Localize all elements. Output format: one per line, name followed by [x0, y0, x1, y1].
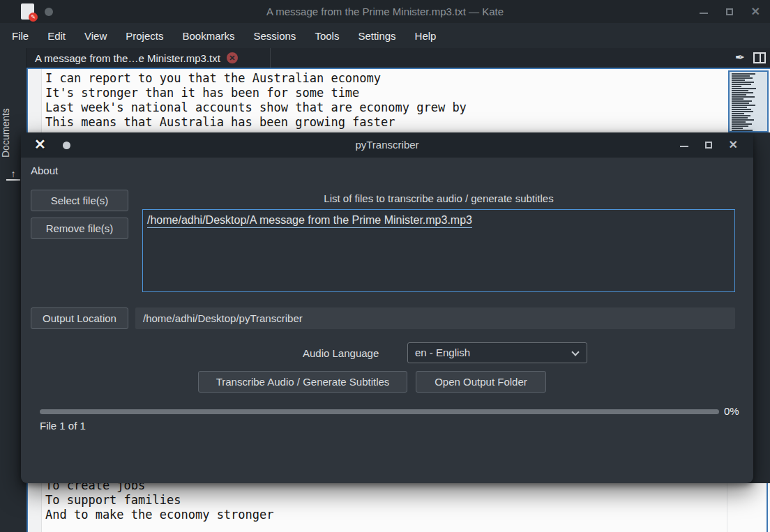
editor-gutter [28, 69, 42, 132]
pencil-icon: ✎ [29, 13, 38, 22]
dialog-minimize-icon[interactable] [680, 143, 688, 147]
menu-about[interactable]: About [31, 165, 58, 176]
tab-bar: A message from the…e Minister.mp3.txt ✕ … [27, 48, 770, 68]
audio-language-value: en - English [415, 347, 470, 358]
kate-titlebar: ✎ A message from the Prime Minister.mp3.… [0, 0, 770, 23]
pytranscriber-dialog: ✕ pyTranscriber ✕ About Select file(s) R… [21, 132, 753, 483]
file-list-group-label: List of files to transcribe audio / gene… [142, 192, 735, 204]
kate-window-title: A message from the Prime Minister.mp3.tx… [0, 6, 770, 17]
output-path-field[interactable]: /home/adhi/Desktop/pyTranscriber [135, 307, 735, 329]
dialog-title: pyTranscriber [21, 132, 753, 158]
remove-files-button[interactable]: Remove file(s) [31, 218, 128, 239]
open-output-folder-button[interactable]: Open Output Folder [416, 371, 546, 393]
tab-close-icon[interactable]: ✕ [227, 52, 238, 63]
audio-language-select[interactable]: en - English [407, 342, 587, 363]
open-document-icon[interactable]: ↑ [6, 168, 20, 181]
tab-message-file[interactable]: A message from the…e Minister.mp3.txt ✕ [27, 48, 271, 68]
editor-text-bottom: To create jobsTo support familiesAnd to … [45, 478, 274, 522]
menu-settings[interactable]: Settings [358, 30, 395, 42]
maximize-icon[interactable] [726, 8, 733, 15]
chevron-down-icon [571, 348, 579, 356]
menu-view[interactable]: View [84, 30, 107, 42]
dialog-close-icon[interactable]: ✕ [729, 140, 738, 150]
transcribe-button[interactable]: Transcribe Audio / Generate Subtitles [198, 371, 407, 393]
minimap-scrollbar[interactable] [728, 70, 769, 132]
select-files-button[interactable]: Select file(s) [31, 190, 128, 211]
close-icon[interactable]: ✕ [751, 7, 760, 17]
minimize-icon[interactable] [700, 10, 708, 14]
menu-sessions[interactable]: Sessions [254, 30, 296, 42]
dialog-maximize-icon[interactable] [705, 142, 712, 149]
kate-menubar: File Edit View Projects Bookmarks Sessio… [0, 23, 770, 48]
menu-projects[interactable]: Projects [126, 30, 163, 42]
menu-bookmarks[interactable]: Bookmarks [182, 30, 234, 42]
editor-gutter-bottom [28, 483, 42, 532]
menu-tools[interactable]: Tools [315, 30, 339, 42]
editor-view-bottom[interactable]: To create jobsTo support familiesAnd to … [27, 483, 770, 532]
editor-view-top[interactable]: I can report to you that the Australian … [27, 68, 770, 132]
menu-help[interactable]: Help [415, 30, 437, 42]
audio-language-label: Audio Language [303, 347, 379, 359]
kate-app-icon: ✎ [21, 3, 34, 20]
file-counter-label: File 1 of 1 [40, 420, 86, 432]
file-list[interactable]: /home/adhi/Desktop/A message from the Pr… [142, 209, 735, 292]
dialog-titlebar: ✕ pyTranscriber ✕ [21, 132, 753, 158]
editor-text-top: I can report to you that the Australian … [45, 71, 467, 130]
minimap-edge-line [727, 483, 727, 532]
quick-open-quill-icon[interactable]: ✒ [735, 50, 745, 65]
modified-dot-icon [45, 8, 53, 16]
output-location-button[interactable]: Output Location [31, 307, 128, 329]
tab-label: A message from the…e Minister.mp3.txt [35, 52, 220, 64]
split-view-icon[interactable] [753, 52, 766, 63]
menu-file[interactable]: File [12, 30, 29, 42]
progress-percent: 0% [724, 405, 739, 417]
editor-right-border [767, 483, 768, 532]
menu-edit[interactable]: Edit [47, 30, 66, 42]
dialog-window-controls: ✕ [680, 132, 738, 158]
progress-bar [40, 409, 719, 414]
file-list-item[interactable]: /home/adhi/Desktop/A message from the Pr… [147, 214, 472, 228]
kate-window-controls: ✕ [700, 0, 760, 23]
